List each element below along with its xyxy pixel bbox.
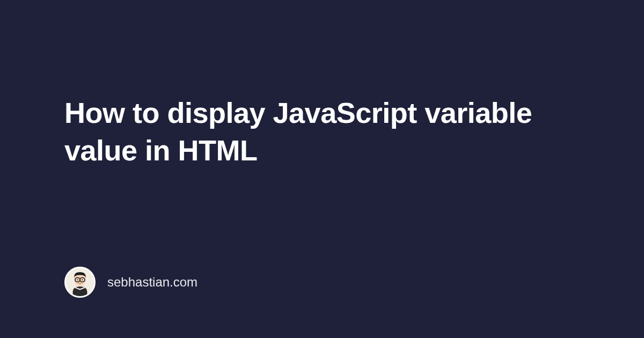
avatar-illustration [66,268,94,296]
author-avatar [64,267,96,298]
site-name: sebhastian.com [107,275,197,290]
article-title: How to display JavaScript variable value… [64,94,580,169]
svg-point-6 [82,279,83,280]
footer: sebhastian.com [64,267,197,298]
svg-point-5 [77,279,78,280]
